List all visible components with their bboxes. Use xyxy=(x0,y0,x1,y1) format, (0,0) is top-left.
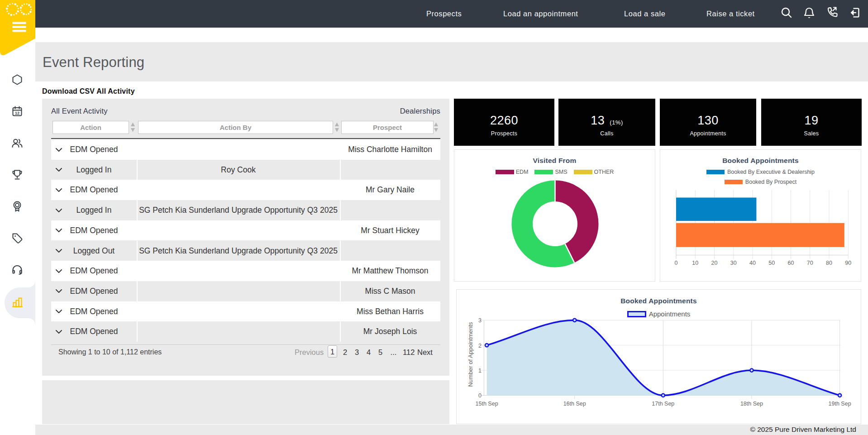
svg-text:0: 0 xyxy=(675,260,678,266)
svg-text:18th Sep: 18th Sep xyxy=(740,401,763,407)
svg-text:70: 70 xyxy=(807,260,813,266)
svg-text:30: 30 xyxy=(730,260,737,266)
svg-text:80: 80 xyxy=(826,260,832,266)
svg-text:3: 3 xyxy=(478,317,482,324)
svg-text:17th Sep: 17th Sep xyxy=(652,401,674,407)
svg-text:50: 50 xyxy=(768,260,775,266)
svg-text:90: 90 xyxy=(845,260,851,266)
svg-text:10: 10 xyxy=(692,260,698,266)
svg-text:19th Sep: 19th Sep xyxy=(829,401,851,407)
svg-text:12: 12 xyxy=(15,111,19,115)
svg-text:Number of Appointments: Number of Appointments xyxy=(467,322,474,387)
svg-text:16th Sep: 16th Sep xyxy=(563,401,586,407)
svg-text:40: 40 xyxy=(749,260,756,266)
svg-text:0: 0 xyxy=(478,392,482,399)
svg-text:2: 2 xyxy=(478,343,482,349)
svg-text:60: 60 xyxy=(788,260,794,266)
svg-text:1: 1 xyxy=(478,368,482,374)
svg-text:20: 20 xyxy=(711,260,718,266)
svg-text:15th Sep: 15th Sep xyxy=(476,401,498,407)
